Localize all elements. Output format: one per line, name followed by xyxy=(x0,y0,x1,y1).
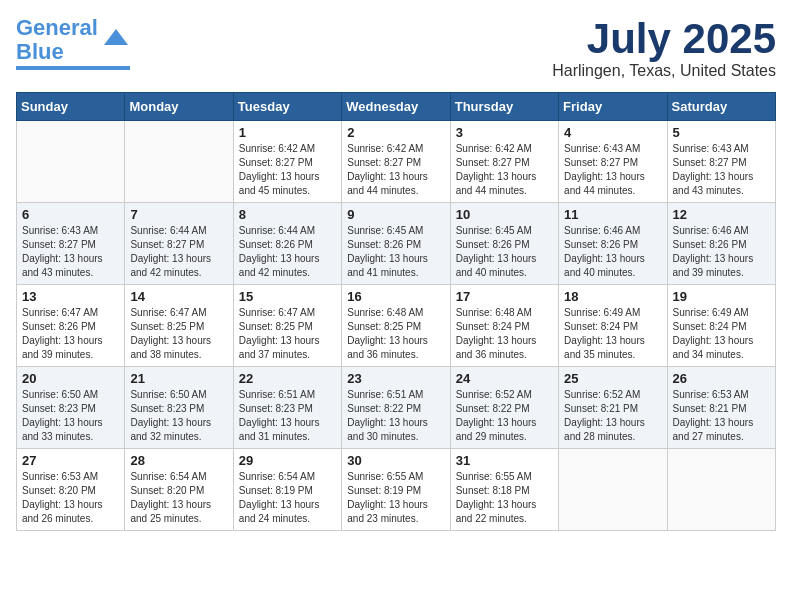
day-number: 31 xyxy=(456,453,553,468)
day-number: 16 xyxy=(347,289,444,304)
day-info: Sunrise: 6:44 AMSunset: 8:27 PMDaylight:… xyxy=(130,224,227,280)
day-number: 6 xyxy=(22,207,119,222)
title-block: July 2025 Harlingen, Texas, United State… xyxy=(552,16,776,80)
calendar-cell: 16Sunrise: 6:48 AMSunset: 8:25 PMDayligh… xyxy=(342,285,450,367)
day-info: Sunrise: 6:51 AMSunset: 8:22 PMDaylight:… xyxy=(347,388,444,444)
calendar-week-row: 27Sunrise: 6:53 AMSunset: 8:20 PMDayligh… xyxy=(17,449,776,531)
day-number: 10 xyxy=(456,207,553,222)
day-info: Sunrise: 6:52 AMSunset: 8:21 PMDaylight:… xyxy=(564,388,661,444)
day-info: Sunrise: 6:42 AMSunset: 8:27 PMDaylight:… xyxy=(347,142,444,198)
day-info: Sunrise: 6:48 AMSunset: 8:25 PMDaylight:… xyxy=(347,306,444,362)
calendar-cell: 6Sunrise: 6:43 AMSunset: 8:27 PMDaylight… xyxy=(17,203,125,285)
day-info: Sunrise: 6:48 AMSunset: 8:24 PMDaylight:… xyxy=(456,306,553,362)
day-number: 2 xyxy=(347,125,444,140)
day-info: Sunrise: 6:53 AMSunset: 8:21 PMDaylight:… xyxy=(673,388,770,444)
calendar-cell: 2Sunrise: 6:42 AMSunset: 8:27 PMDaylight… xyxy=(342,121,450,203)
day-number: 5 xyxy=(673,125,770,140)
weekday-header: Saturday xyxy=(667,93,775,121)
weekday-header: Monday xyxy=(125,93,233,121)
calendar-cell: 17Sunrise: 6:48 AMSunset: 8:24 PMDayligh… xyxy=(450,285,558,367)
day-number: 13 xyxy=(22,289,119,304)
day-info: Sunrise: 6:45 AMSunset: 8:26 PMDaylight:… xyxy=(456,224,553,280)
calendar-cell: 7Sunrise: 6:44 AMSunset: 8:27 PMDaylight… xyxy=(125,203,233,285)
day-info: Sunrise: 6:46 AMSunset: 8:26 PMDaylight:… xyxy=(673,224,770,280)
calendar-cell: 25Sunrise: 6:52 AMSunset: 8:21 PMDayligh… xyxy=(559,367,667,449)
day-info: Sunrise: 6:43 AMSunset: 8:27 PMDaylight:… xyxy=(564,142,661,198)
day-info: Sunrise: 6:54 AMSunset: 8:20 PMDaylight:… xyxy=(130,470,227,526)
day-info: Sunrise: 6:43 AMSunset: 8:27 PMDaylight:… xyxy=(673,142,770,198)
day-number: 15 xyxy=(239,289,336,304)
calendar-cell: 30Sunrise: 6:55 AMSunset: 8:19 PMDayligh… xyxy=(342,449,450,531)
day-info: Sunrise: 6:52 AMSunset: 8:22 PMDaylight:… xyxy=(456,388,553,444)
calendar-cell: 12Sunrise: 6:46 AMSunset: 8:26 PMDayligh… xyxy=(667,203,775,285)
day-number: 27 xyxy=(22,453,119,468)
calendar-cell: 3Sunrise: 6:42 AMSunset: 8:27 PMDaylight… xyxy=(450,121,558,203)
day-info: Sunrise: 6:46 AMSunset: 8:26 PMDaylight:… xyxy=(564,224,661,280)
calendar-cell: 28Sunrise: 6:54 AMSunset: 8:20 PMDayligh… xyxy=(125,449,233,531)
day-info: Sunrise: 6:51 AMSunset: 8:23 PMDaylight:… xyxy=(239,388,336,444)
calendar-cell: 10Sunrise: 6:45 AMSunset: 8:26 PMDayligh… xyxy=(450,203,558,285)
calendar-cell xyxy=(17,121,125,203)
calendar-cell: 22Sunrise: 6:51 AMSunset: 8:23 PMDayligh… xyxy=(233,367,341,449)
calendar-cell: 31Sunrise: 6:55 AMSunset: 8:18 PMDayligh… xyxy=(450,449,558,531)
day-number: 21 xyxy=(130,371,227,386)
day-info: Sunrise: 6:50 AMSunset: 8:23 PMDaylight:… xyxy=(22,388,119,444)
day-number: 3 xyxy=(456,125,553,140)
day-number: 28 xyxy=(130,453,227,468)
day-info: Sunrise: 6:55 AMSunset: 8:18 PMDaylight:… xyxy=(456,470,553,526)
weekday-header: Friday xyxy=(559,93,667,121)
calendar-cell: 1Sunrise: 6:42 AMSunset: 8:27 PMDaylight… xyxy=(233,121,341,203)
day-info: Sunrise: 6:47 AMSunset: 8:25 PMDaylight:… xyxy=(239,306,336,362)
day-info: Sunrise: 6:42 AMSunset: 8:27 PMDaylight:… xyxy=(456,142,553,198)
day-number: 20 xyxy=(22,371,119,386)
calendar-cell: 15Sunrise: 6:47 AMSunset: 8:25 PMDayligh… xyxy=(233,285,341,367)
day-number: 24 xyxy=(456,371,553,386)
calendar-cell: 27Sunrise: 6:53 AMSunset: 8:20 PMDayligh… xyxy=(17,449,125,531)
day-info: Sunrise: 6:50 AMSunset: 8:23 PMDaylight:… xyxy=(130,388,227,444)
day-info: Sunrise: 6:44 AMSunset: 8:26 PMDaylight:… xyxy=(239,224,336,280)
day-info: Sunrise: 6:53 AMSunset: 8:20 PMDaylight:… xyxy=(22,470,119,526)
day-number: 1 xyxy=(239,125,336,140)
day-number: 17 xyxy=(456,289,553,304)
calendar-cell: 13Sunrise: 6:47 AMSunset: 8:26 PMDayligh… xyxy=(17,285,125,367)
weekday-header: Tuesday xyxy=(233,93,341,121)
day-info: Sunrise: 6:43 AMSunset: 8:27 PMDaylight:… xyxy=(22,224,119,280)
day-info: Sunrise: 6:42 AMSunset: 8:27 PMDaylight:… xyxy=(239,142,336,198)
calendar-cell xyxy=(559,449,667,531)
calendar-cell xyxy=(667,449,775,531)
day-number: 11 xyxy=(564,207,661,222)
weekday-header: Wednesday xyxy=(342,93,450,121)
page-header: General Blue July 2025 Harlingen, Texas,… xyxy=(16,16,776,80)
month-title: July 2025 xyxy=(552,16,776,62)
calendar-cell: 21Sunrise: 6:50 AMSunset: 8:23 PMDayligh… xyxy=(125,367,233,449)
logo-icon xyxy=(102,25,130,53)
calendar-week-row: 20Sunrise: 6:50 AMSunset: 8:23 PMDayligh… xyxy=(17,367,776,449)
day-number: 4 xyxy=(564,125,661,140)
day-info: Sunrise: 6:45 AMSunset: 8:26 PMDaylight:… xyxy=(347,224,444,280)
day-number: 30 xyxy=(347,453,444,468)
day-number: 23 xyxy=(347,371,444,386)
day-number: 7 xyxy=(130,207,227,222)
day-info: Sunrise: 6:54 AMSunset: 8:19 PMDaylight:… xyxy=(239,470,336,526)
day-info: Sunrise: 6:49 AMSunset: 8:24 PMDaylight:… xyxy=(564,306,661,362)
day-number: 8 xyxy=(239,207,336,222)
calendar-cell: 4Sunrise: 6:43 AMSunset: 8:27 PMDaylight… xyxy=(559,121,667,203)
weekday-header: Sunday xyxy=(17,93,125,121)
day-number: 14 xyxy=(130,289,227,304)
day-number: 12 xyxy=(673,207,770,222)
calendar-table: SundayMondayTuesdayWednesdayThursdayFrid… xyxy=(16,92,776,531)
calendar-cell: 11Sunrise: 6:46 AMSunset: 8:26 PMDayligh… xyxy=(559,203,667,285)
calendar-header-row: SundayMondayTuesdayWednesdayThursdayFrid… xyxy=(17,93,776,121)
calendar-cell xyxy=(125,121,233,203)
day-number: 26 xyxy=(673,371,770,386)
day-info: Sunrise: 6:47 AMSunset: 8:26 PMDaylight:… xyxy=(22,306,119,362)
calendar-cell: 14Sunrise: 6:47 AMSunset: 8:25 PMDayligh… xyxy=(125,285,233,367)
day-info: Sunrise: 6:49 AMSunset: 8:24 PMDaylight:… xyxy=(673,306,770,362)
logo: General Blue xyxy=(16,16,130,70)
svg-marker-0 xyxy=(104,29,128,45)
day-number: 9 xyxy=(347,207,444,222)
calendar-cell: 9Sunrise: 6:45 AMSunset: 8:26 PMDaylight… xyxy=(342,203,450,285)
location-title: Harlingen, Texas, United States xyxy=(552,62,776,80)
calendar-cell: 18Sunrise: 6:49 AMSunset: 8:24 PMDayligh… xyxy=(559,285,667,367)
calendar-cell: 20Sunrise: 6:50 AMSunset: 8:23 PMDayligh… xyxy=(17,367,125,449)
